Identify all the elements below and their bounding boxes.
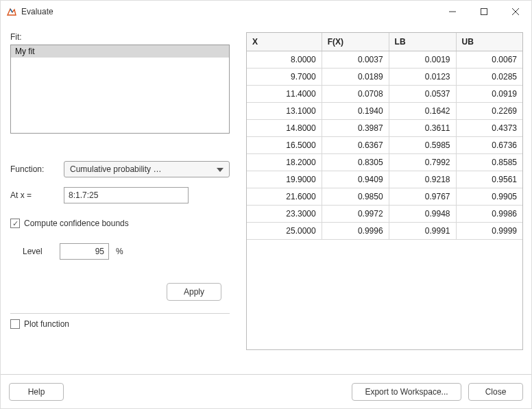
table-row[interactable]: 18.20000.83050.79920.8585: [247, 154, 522, 171]
close-icon: [512, 8, 519, 15]
table-cell[interactable]: 0.9905: [456, 188, 522, 206]
close-button[interactable]: Close: [468, 383, 523, 401]
table-cell[interactable]: 0.9999: [456, 223, 522, 240]
fit-list-item[interactable]: My fit: [11, 45, 229, 58]
plot-function-label: Plot function: [24, 319, 69, 329]
table-row[interactable]: 8.00000.00370.00190.0067: [247, 51, 522, 69]
app-icon: [6, 6, 17, 17]
table-row[interactable]: 14.80000.39870.36110.4373: [247, 120, 522, 137]
table-row[interactable]: 23.30000.99720.99480.9986: [247, 206, 522, 223]
table-row[interactable]: 25.00000.99960.99910.9999: [247, 223, 522, 240]
maximize-button[interactable]: [468, 1, 500, 23]
level-suffix: %: [116, 247, 123, 256]
atx-row: At x =: [10, 187, 230, 203]
table-cell[interactable]: 0.3611: [389, 120, 456, 137]
table-cell[interactable]: 0.3987: [322, 120, 389, 137]
table-cell[interactable]: 0.9948: [389, 206, 456, 223]
table-cell[interactable]: 21.6000: [247, 188, 322, 206]
apply-button[interactable]: Apply: [167, 283, 221, 301]
table-cell[interactable]: 0.6736: [456, 137, 522, 154]
col-x[interactable]: X: [247, 33, 322, 51]
table-cell[interactable]: 0.9991: [389, 223, 456, 240]
table-cell[interactable]: 0.9767: [389, 188, 456, 206]
col-fx[interactable]: F(X): [322, 33, 389, 51]
table-row[interactable]: 13.10000.19400.16420.2269: [247, 103, 522, 120]
level-label: Level: [23, 247, 60, 256]
table-cell[interactable]: 0.9409: [322, 171, 389, 188]
table-row[interactable]: 19.90000.94090.92180.9561: [247, 171, 522, 188]
table-cell[interactable]: 0.0285: [456, 69, 522, 86]
table-cell[interactable]: 25.0000: [247, 223, 322, 240]
table-cell[interactable]: 23.3000: [247, 206, 322, 223]
table-cell[interactable]: 0.5985: [389, 137, 456, 154]
body: Fit: My fit Function: Cumulative probabi…: [1, 23, 531, 374]
table-cell[interactable]: 11.4000: [247, 86, 322, 103]
titlebar: Evaluate: [1, 1, 531, 23]
atx-label: At x =: [10, 190, 64, 200]
table-cell[interactable]: 0.9972: [322, 206, 389, 223]
export-label: Export to Workspace...: [365, 387, 448, 397]
table-cell[interactable]: 0.9218: [389, 171, 456, 188]
table-cell[interactable]: 0.1642: [389, 103, 456, 120]
table-cell[interactable]: 0.0189: [322, 69, 389, 86]
table-row[interactable]: 9.70000.01890.01230.0285: [247, 69, 522, 86]
level-row: Level %: [23, 243, 230, 260]
compute-bounds-row: ✓ Compute confidence bounds: [10, 219, 230, 228]
table-cell[interactable]: 13.1000: [247, 103, 322, 120]
table-cell[interactable]: 0.9986: [456, 206, 522, 223]
atx-input[interactable]: [64, 187, 189, 203]
table-cell[interactable]: 0.0708: [322, 86, 389, 103]
help-button[interactable]: Help: [9, 383, 64, 401]
table-cell[interactable]: 0.0067: [456, 51, 522, 69]
table-cell[interactable]: 0.6367: [322, 137, 389, 154]
table-cell[interactable]: 0.7992: [389, 154, 456, 171]
table-cell[interactable]: 0.9996: [322, 223, 389, 240]
footer: Help Export to Workspace... Close: [1, 374, 531, 408]
table-cell[interactable]: 0.1940: [322, 103, 389, 120]
close-window-button[interactable]: [500, 1, 531, 23]
chevron-down-icon: [217, 164, 223, 174]
svg-rect-1: [481, 9, 487, 15]
table-cell[interactable]: 14.8000: [247, 120, 322, 137]
table-row[interactable]: 16.50000.63670.59850.6736: [247, 137, 522, 154]
function-row: Function: Cumulative probability …: [10, 161, 230, 177]
table-cell[interactable]: 19.9000: [247, 171, 322, 188]
left-panel: Fit: My fit Function: Cumulative probabi…: [10, 32, 230, 369]
table-cell[interactable]: 0.0037: [322, 51, 389, 69]
plot-function-checkbox[interactable]: [10, 319, 20, 329]
table-cell[interactable]: 0.9561: [456, 171, 522, 188]
results-table-wrap: X F(X) LB UB 8.00000.00370.00190.00679.7…: [246, 32, 523, 350]
export-button[interactable]: Export to Workspace...: [352, 383, 461, 401]
evaluate-window: Evaluate Fit: My fit Function: Cum: [0, 0, 532, 409]
fit-list[interactable]: My fit: [10, 45, 230, 134]
table-cell[interactable]: 18.2000: [247, 154, 322, 171]
compute-bounds-checkbox[interactable]: ✓: [10, 219, 20, 228]
table-cell[interactable]: 0.4373: [456, 120, 522, 137]
function-select[interactable]: Cumulative probability …: [64, 161, 230, 177]
col-ub[interactable]: UB: [456, 33, 522, 51]
check-icon: ✓: [12, 220, 19, 227]
window-title: Evaluate: [21, 7, 53, 16]
table-cell[interactable]: 0.0919: [456, 86, 522, 103]
table-cell[interactable]: 0.2269: [456, 103, 522, 120]
table-cell[interactable]: 8.0000: [247, 51, 322, 69]
col-lb[interactable]: LB: [389, 33, 456, 51]
function-value: Cumulative probability …: [70, 164, 161, 174]
table-cell[interactable]: 16.5000: [247, 137, 322, 154]
table-cell[interactable]: 0.8585: [456, 154, 522, 171]
plot-function-row: Plot function: [10, 319, 230, 329]
table-row[interactable]: 21.60000.98500.97670.9905: [247, 188, 522, 206]
fit-label: Fit:: [10, 32, 230, 42]
help-label: Help: [28, 387, 45, 397]
minimize-button[interactable]: [437, 1, 468, 23]
table-cell[interactable]: 0.0019: [389, 51, 456, 69]
results-table: X F(X) LB UB 8.00000.00370.00190.00679.7…: [247, 33, 522, 240]
table-cell[interactable]: 0.0537: [389, 86, 456, 103]
close-label: Close: [485, 387, 507, 397]
table-cell[interactable]: 9.7000: [247, 69, 322, 86]
table-cell[interactable]: 0.9850: [322, 188, 389, 206]
table-row[interactable]: 11.40000.07080.05370.0919: [247, 86, 522, 103]
level-input[interactable]: [60, 243, 109, 260]
table-cell[interactable]: 0.8305: [322, 154, 389, 171]
table-cell[interactable]: 0.0123: [389, 69, 456, 86]
